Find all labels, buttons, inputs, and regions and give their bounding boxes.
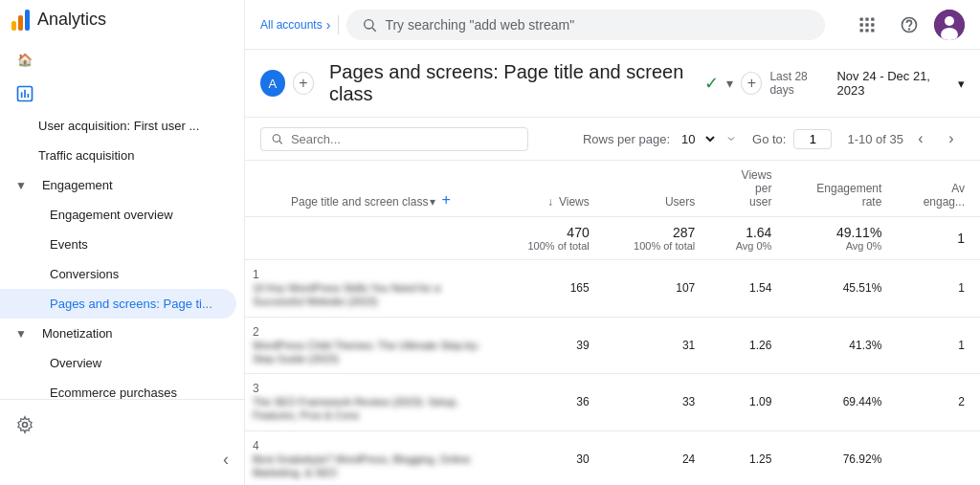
apps-button[interactable] (850, 8, 884, 42)
sidebar-item-engagement-overview[interactable]: Engagement overview (0, 200, 236, 230)
cell-views: 39 (499, 317, 605, 374)
rows-per-page-select[interactable]: 10 25 50 100 (678, 131, 718, 147)
table-controls: Rows per page: 10 25 50 100 Go to: 1-10 … (245, 118, 980, 161)
prev-page-button[interactable]: ‹ (907, 125, 934, 152)
svg-point-23 (909, 29, 910, 30)
cell-engagement-rate: 45.51% (787, 260, 897, 318)
summary-avg-engage: 1 (897, 217, 980, 260)
nav-label-engagement-overview: Engagement overview (50, 208, 221, 222)
search-icon (362, 17, 377, 33)
main-content: All accounts › Try searching "add web st… (245, 0, 980, 485)
sidebar-item-user-acquisition[interactable]: User acquisition: First user ... (0, 111, 236, 141)
help-button[interactable] (892, 8, 926, 42)
row-number: 2 (253, 325, 267, 339)
col-label-views: Views (559, 195, 590, 209)
svg-point-10 (23, 423, 28, 428)
cell-users: 24 (605, 430, 711, 485)
accounts-button[interactable]: All accounts › (260, 17, 330, 33)
admin-icon (15, 415, 34, 434)
nav-label-engagement: Engagement (42, 178, 221, 192)
cell-dimension: 2 WordPress Child Themes: The Ultimate S… (245, 317, 499, 374)
svg-rect-19 (860, 29, 863, 32)
title-dropdown-icon[interactable]: ▾ (726, 76, 733, 91)
sidebar-item-traffic-acquisition[interactable]: Traffic acquisition (0, 141, 236, 170)
logo-bar-2 (18, 15, 23, 31)
page-title-area: Pages and screens: Page title and screen… (329, 61, 762, 105)
col-add-icon[interactable]: + (441, 191, 450, 209)
summary-dimension (245, 217, 499, 260)
col-expand-icon[interactable]: ▾ (430, 195, 435, 209)
table-row: 2 WordPress Child Themes: The Ultimate S… (245, 317, 980, 374)
logo-bar-3 (25, 10, 30, 31)
svg-line-12 (372, 28, 376, 32)
table-body: 1 10 Key WordPress Skills You Need for a… (245, 260, 980, 486)
add-view-button[interactable]: + (741, 72, 762, 95)
table-search-input[interactable] (291, 132, 518, 146)
nav-label-pages-screens: Pages and screens: Page ti... (50, 297, 221, 311)
svg-rect-15 (871, 17, 874, 20)
sidebar-header: Analytics (0, 0, 244, 38)
cell-avg-engage (897, 430, 980, 485)
sidebar-item-home[interactable]: 🏠 (0, 42, 236, 77)
page-header: A + Pages and screens: Page title and sc… (245, 50, 980, 118)
search-icon-table (271, 132, 283, 145)
table-search-box[interactable] (260, 127, 528, 151)
col-header-vpu: Viewsperuser (710, 161, 787, 217)
sidebar-item-pages-screens[interactable]: Pages and screens: Page ti... (0, 289, 236, 319)
rows-per-page-label: Rows per page: (583, 132, 670, 146)
sidebar-collapse-btn[interactable]: ‹ (15, 442, 229, 477)
cell-users: 31 (605, 317, 711, 374)
page-navigation: 1-10 of 35 ‹ › (847, 125, 965, 152)
sidebar-item-ecommerce[interactable]: Ecommerce purchases (0, 378, 236, 399)
col-header-avg-engage: Avengag... (897, 161, 980, 217)
date-range-selector[interactable]: Last 28 days Nov 24 - Dec 21, 2023 ▾ (769, 69, 965, 98)
cell-vpu: 1.09 (710, 374, 787, 431)
sidebar-item-monetization-overview[interactable]: Overview (0, 348, 236, 378)
sidebar-item-monetization[interactable]: ▼ Monetization (0, 319, 236, 348)
data-table-area: Page title and screen class ▾ + ↓ Views (245, 161, 980, 485)
svg-point-24 (273, 135, 280, 143)
rows-per-page-control: Rows per page: 10 25 50 100 (583, 131, 737, 147)
goto-label: Go to: (752, 132, 786, 146)
property-badge: A (260, 70, 285, 97)
svg-rect-2 (24, 90, 26, 98)
accounts-label: All accounts (260, 18, 323, 32)
cell-dimension: 3 The SEO Framework Review (2023): Setup… (245, 374, 499, 431)
sidebar-item-events[interactable]: Events (0, 230, 236, 259)
search-bar[interactable]: Try searching "add web stream" (346, 10, 825, 40)
chevron-right-icon: › (326, 17, 331, 33)
col-label-users: Users (665, 195, 695, 209)
sidebar-item-conversions[interactable]: Conversions (0, 259, 236, 289)
svg-point-11 (365, 19, 373, 28)
sidebar-item-admin[interactable] (15, 408, 229, 442)
col-header-engagement: Engagementrate (787, 161, 897, 217)
summary-views: 470 100% of total (499, 217, 605, 260)
col-label-dimension: Page title and screen class (291, 195, 428, 209)
svg-line-25 (279, 141, 282, 143)
plus-icon-2: + (747, 75, 756, 92)
logo-icon (11, 8, 30, 31)
col-header-dimension: Page title and screen class ▾ + (245, 161, 499, 217)
add-comparison-button[interactable]: + (293, 72, 314, 95)
nav-label-ecommerce: Ecommerce purchases (50, 386, 221, 399)
sidebar-item-reports[interactable] (0, 77, 236, 111)
cell-avg-engage: 1 (897, 260, 980, 318)
goto-input[interactable] (793, 129, 832, 149)
col-header-users[interactable]: Users (605, 161, 711, 217)
topbar: All accounts › Try searching "add web st… (245, 0, 980, 50)
chevron-down-icon (725, 133, 737, 144)
col-label-vpu: Viewsperuser (742, 168, 772, 209)
next-page-button[interactable]: › (938, 125, 965, 152)
cell-dimension: 4 Best Snakebyte? WordPress, Blogging, O… (245, 430, 499, 485)
cell-views: 30 (499, 430, 605, 485)
col-header-views[interactable]: ↓ Views (499, 161, 605, 217)
cell-dimension: 1 10 Key WordPress Skills You Need for a… (245, 260, 499, 318)
summary-engagement: 49.11% Avg 0% (787, 217, 897, 260)
cell-users: 33 (605, 374, 711, 431)
table-row: 1 10 Key WordPress Skills You Need for a… (245, 260, 980, 318)
date-range-label: Last 28 days (769, 70, 829, 97)
sidebar-item-engagement[interactable]: ▼ Engagement (0, 170, 236, 200)
nav-label-conversions: Conversions (50, 267, 221, 281)
svg-rect-20 (865, 29, 868, 32)
user-avatar[interactable] (934, 10, 965, 40)
